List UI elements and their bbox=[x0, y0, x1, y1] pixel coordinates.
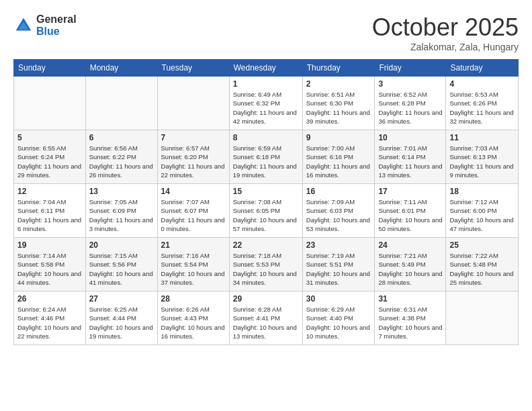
day-number: 3 bbox=[378, 79, 442, 89]
calendar-cell: 12Sunrise: 7:04 AM Sunset: 6:11 PM Dayli… bbox=[14, 184, 86, 238]
week-row-5: 26Sunrise: 6:24 AM Sunset: 4:46 PM Dayli… bbox=[14, 291, 519, 345]
calendar-cell: 13Sunrise: 7:05 AM Sunset: 6:09 PM Dayli… bbox=[85, 184, 157, 238]
calendar-cell: 5Sunrise: 6:55 AM Sunset: 6:24 PM Daylig… bbox=[14, 130, 86, 184]
day-header-tuesday: Tuesday bbox=[157, 60, 229, 77]
day-info: Sunrise: 7:16 AM Sunset: 5:54 PM Dayligh… bbox=[161, 251, 226, 287]
calendar-cell: 1Sunrise: 6:49 AM Sunset: 6:32 PM Daylig… bbox=[229, 77, 302, 130]
day-number: 5 bbox=[17, 133, 82, 142]
day-header-wednesday: Wednesday bbox=[229, 60, 302, 77]
calendar-cell: 9Sunrise: 7:00 AM Sunset: 6:16 PM Daylig… bbox=[302, 130, 375, 184]
day-number: 19 bbox=[17, 240, 82, 250]
day-number: 22 bbox=[233, 240, 299, 250]
day-info: Sunrise: 7:03 AM Sunset: 6:13 PM Dayligh… bbox=[449, 144, 515, 179]
day-info: Sunrise: 6:57 AM Sunset: 6:20 PM Dayligh… bbox=[161, 144, 226, 179]
calendar-cell: 22Sunrise: 7:18 AM Sunset: 5:53 PM Dayli… bbox=[229, 238, 302, 291]
day-number: 13 bbox=[89, 187, 154, 196]
day-info: Sunrise: 7:00 AM Sunset: 6:16 PM Dayligh… bbox=[306, 144, 371, 179]
day-info: Sunrise: 7:09 AM Sunset: 6:03 PM Dayligh… bbox=[306, 197, 371, 233]
day-header-friday: Friday bbox=[375, 60, 446, 77]
day-info: Sunrise: 7:14 AM Sunset: 5:58 PM Dayligh… bbox=[17, 251, 82, 287]
calendar-cell: 17Sunrise: 7:11 AM Sunset: 6:01 PM Dayli… bbox=[375, 184, 446, 238]
calendar-cell: 21Sunrise: 7:16 AM Sunset: 5:54 PM Dayli… bbox=[157, 238, 229, 291]
week-row-1: 1Sunrise: 6:49 AM Sunset: 6:32 PM Daylig… bbox=[14, 77, 519, 130]
day-header-sunday: Sunday bbox=[14, 60, 86, 77]
day-info: Sunrise: 6:59 AM Sunset: 6:18 PM Dayligh… bbox=[233, 144, 299, 179]
day-info: Sunrise: 7:07 AM Sunset: 6:07 PM Dayligh… bbox=[161, 197, 226, 233]
day-info: Sunrise: 6:31 AM Sunset: 4:38 PM Dayligh… bbox=[378, 305, 442, 340]
day-info: Sunrise: 7:04 AM Sunset: 6:11 PM Dayligh… bbox=[17, 197, 82, 233]
calendar-cell: 7Sunrise: 6:57 AM Sunset: 6:20 PM Daylig… bbox=[157, 130, 229, 184]
day-header-saturday: Saturday bbox=[446, 60, 519, 77]
day-number: 29 bbox=[233, 294, 299, 304]
day-number: 15 bbox=[233, 187, 299, 196]
calendar-cell: 6Sunrise: 6:56 AM Sunset: 6:22 PM Daylig… bbox=[85, 130, 157, 184]
calendar-cell: 19Sunrise: 7:14 AM Sunset: 5:58 PM Dayli… bbox=[14, 238, 86, 291]
calendar-cell: 8Sunrise: 6:59 AM Sunset: 6:18 PM Daylig… bbox=[229, 130, 302, 184]
day-number: 6 bbox=[89, 133, 154, 142]
calendar-cell: 10Sunrise: 7:01 AM Sunset: 6:14 PM Dayli… bbox=[375, 130, 446, 184]
day-number: 10 bbox=[378, 133, 442, 142]
day-number: 31 bbox=[378, 294, 442, 304]
day-info: Sunrise: 6:49 AM Sunset: 6:32 PM Dayligh… bbox=[233, 90, 299, 126]
calendar-cell bbox=[85, 77, 157, 130]
day-info: Sunrise: 6:51 AM Sunset: 6:30 PM Dayligh… bbox=[306, 90, 371, 126]
calendar-cell: 4Sunrise: 6:53 AM Sunset: 6:26 PM Daylig… bbox=[446, 77, 519, 130]
day-number: 25 bbox=[449, 240, 515, 250]
day-number: 12 bbox=[17, 187, 82, 196]
calendar-table: SundayMondayTuesdayWednesdayThursdayFrid… bbox=[13, 59, 519, 345]
page-header: General Blue October 2025 Zalakomar, Zal… bbox=[13, 13, 519, 52]
calendar-cell: 23Sunrise: 7:19 AM Sunset: 5:51 PM Dayli… bbox=[302, 238, 375, 291]
day-number: 17 bbox=[378, 187, 442, 196]
day-info: Sunrise: 6:25 AM Sunset: 4:44 PM Dayligh… bbox=[89, 305, 154, 340]
calendar-cell: 14Sunrise: 7:07 AM Sunset: 6:07 PM Dayli… bbox=[157, 184, 229, 238]
day-number: 18 bbox=[449, 187, 515, 196]
week-row-2: 5Sunrise: 6:55 AM Sunset: 6:24 PM Daylig… bbox=[14, 130, 519, 184]
day-number: 23 bbox=[306, 240, 371, 250]
subtitle: Zalakomar, Zala, Hungary bbox=[372, 42, 519, 52]
day-info: Sunrise: 7:12 AM Sunset: 6:00 PM Dayligh… bbox=[449, 197, 515, 233]
day-info: Sunrise: 7:19 AM Sunset: 5:51 PM Dayligh… bbox=[306, 251, 371, 287]
day-info: Sunrise: 6:56 AM Sunset: 6:22 PM Dayligh… bbox=[89, 144, 154, 179]
calendar-cell: 3Sunrise: 6:52 AM Sunset: 6:28 PM Daylig… bbox=[375, 77, 446, 130]
day-info: Sunrise: 7:18 AM Sunset: 5:53 PM Dayligh… bbox=[233, 251, 299, 287]
day-info: Sunrise: 6:24 AM Sunset: 4:46 PM Dayligh… bbox=[17, 305, 82, 340]
day-number: 28 bbox=[161, 294, 226, 304]
day-number: 1 bbox=[233, 79, 299, 89]
day-info: Sunrise: 7:15 AM Sunset: 5:56 PM Dayligh… bbox=[89, 251, 154, 287]
calendar-cell: 16Sunrise: 7:09 AM Sunset: 6:03 PM Dayli… bbox=[302, 184, 375, 238]
calendar-header-row: SundayMondayTuesdayWednesdayThursdayFrid… bbox=[14, 60, 519, 77]
day-info: Sunrise: 7:05 AM Sunset: 6:09 PM Dayligh… bbox=[89, 197, 154, 233]
calendar-cell: 24Sunrise: 7:21 AM Sunset: 5:49 PM Dayli… bbox=[375, 238, 446, 291]
calendar-cell: 18Sunrise: 7:12 AM Sunset: 6:00 PM Dayli… bbox=[446, 184, 519, 238]
day-info: Sunrise: 7:08 AM Sunset: 6:05 PM Dayligh… bbox=[233, 197, 299, 233]
day-info: Sunrise: 6:29 AM Sunset: 4:40 PM Dayligh… bbox=[306, 305, 371, 340]
month-title: October 2025 bbox=[372, 13, 519, 42]
day-info: Sunrise: 7:22 AM Sunset: 5:48 PM Dayligh… bbox=[449, 251, 515, 287]
day-header-monday: Monday bbox=[85, 60, 157, 77]
day-info: Sunrise: 7:21 AM Sunset: 5:49 PM Dayligh… bbox=[378, 251, 442, 287]
day-info: Sunrise: 7:11 AM Sunset: 6:01 PM Dayligh… bbox=[378, 197, 442, 233]
calendar-cell: 11Sunrise: 7:03 AM Sunset: 6:13 PM Dayli… bbox=[446, 130, 519, 184]
calendar-cell: 30Sunrise: 6:29 AM Sunset: 4:40 PM Dayli… bbox=[302, 291, 375, 345]
day-info: Sunrise: 6:28 AM Sunset: 4:41 PM Dayligh… bbox=[233, 305, 299, 340]
calendar-cell: 27Sunrise: 6:25 AM Sunset: 4:44 PM Dayli… bbox=[85, 291, 157, 345]
day-number: 11 bbox=[449, 133, 515, 142]
calendar-cell: 2Sunrise: 6:51 AM Sunset: 6:30 PM Daylig… bbox=[302, 77, 375, 130]
calendar-cell: 20Sunrise: 7:15 AM Sunset: 5:56 PM Dayli… bbox=[85, 238, 157, 291]
day-number: 4 bbox=[449, 79, 515, 89]
calendar-cell: 31Sunrise: 6:31 AM Sunset: 4:38 PM Dayli… bbox=[375, 291, 446, 345]
calendar-body: 1Sunrise: 6:49 AM Sunset: 6:32 PM Daylig… bbox=[14, 77, 519, 345]
title-block: October 2025 Zalakomar, Zala, Hungary bbox=[372, 13, 519, 52]
day-number: 24 bbox=[378, 240, 442, 250]
day-number: 26 bbox=[17, 294, 82, 304]
calendar-cell bbox=[446, 291, 519, 345]
logo-icon bbox=[13, 15, 34, 36]
day-number: 14 bbox=[161, 187, 226, 196]
day-number: 27 bbox=[89, 294, 154, 304]
day-number: 7 bbox=[161, 133, 226, 142]
day-info: Sunrise: 6:55 AM Sunset: 6:24 PM Dayligh… bbox=[17, 144, 82, 179]
day-number: 2 bbox=[306, 79, 371, 89]
day-info: Sunrise: 6:26 AM Sunset: 4:43 PM Dayligh… bbox=[161, 305, 226, 340]
logo: General Blue bbox=[13, 13, 77, 37]
calendar-cell: 29Sunrise: 6:28 AM Sunset: 4:41 PM Dayli… bbox=[229, 291, 302, 345]
